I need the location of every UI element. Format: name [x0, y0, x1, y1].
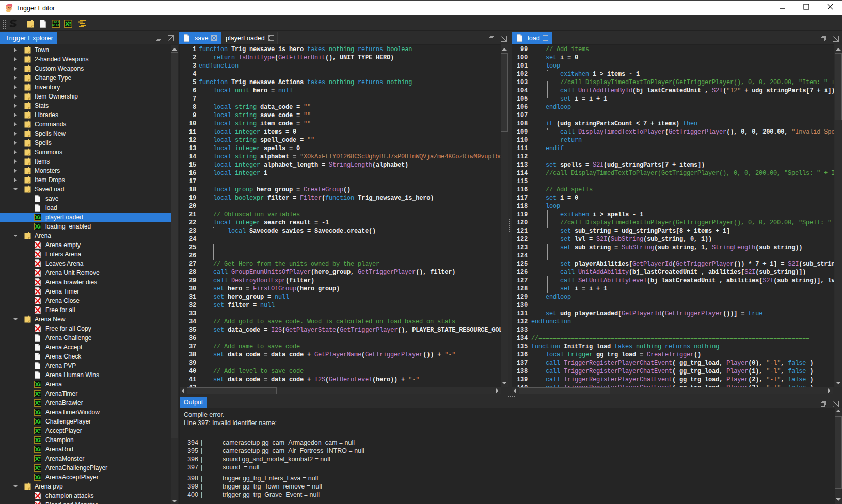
svg-text:0101: 0101	[52, 24, 60, 27]
